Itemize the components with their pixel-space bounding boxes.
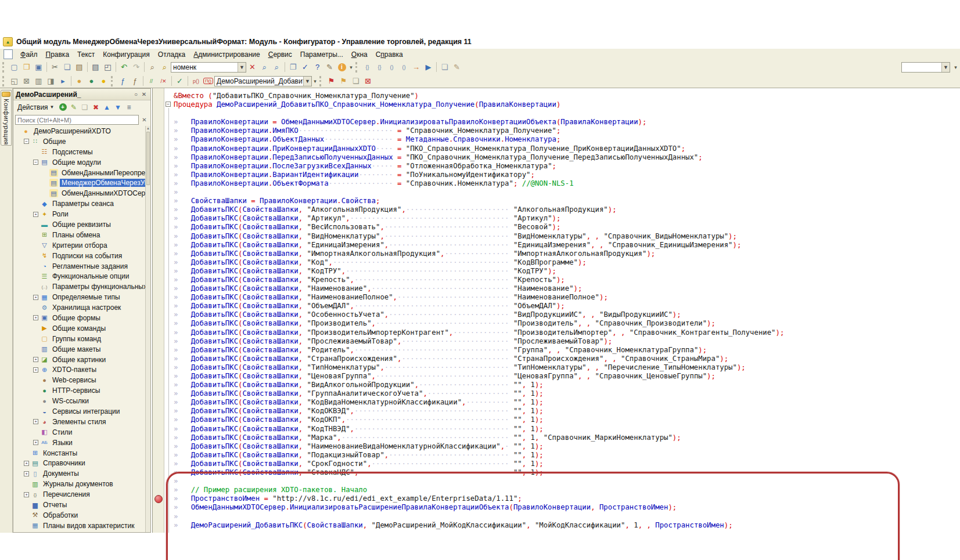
globe-icon[interactable]: ● — [85, 75, 98, 87]
print-preview-icon[interactable]: ◰ — [102, 62, 114, 73]
tree-item[interactable]: ▤МенеджерОбменаЧерезУнив — [13, 178, 145, 188]
navigate-back-globe-icon[interactable]: ● — [73, 75, 85, 87]
add-icon[interactable]: + — [57, 102, 69, 113]
chevron-down-icon[interactable]: ▼ — [303, 77, 311, 86]
expander-icon[interactable]: − — [24, 139, 29, 144]
expander-icon[interactable]: + — [33, 315, 38, 320]
tree-item[interactable]: ▤ОбменДаннымиXDTOСервер — [13, 188, 145, 198]
tree-item[interactable]: +▣Общие формы — [13, 313, 145, 323]
copy-add-icon[interactable]: ❏ — [80, 102, 91, 113]
window-close-icon[interactable]: ⊠ — [20, 75, 33, 87]
menu-item[interactable]: Файл — [16, 49, 42, 60]
clear-bookmarks-icon[interactable]: ⊠ — [362, 75, 374, 87]
tree-item[interactable]: +АБЯзыки — [13, 438, 145, 448]
undo-icon[interactable]: ↶ — [118, 62, 130, 73]
expander-icon[interactable]: + — [33, 419, 38, 424]
tree-scrollbar[interactable]: ▲ — [145, 126, 150, 532]
copy-icon[interactable]: ❏ — [61, 62, 73, 73]
edit-doc-icon[interactable]: ✎ — [451, 62, 463, 73]
tree-item[interactable]: ▤ОбменДаннымиПереопредел — [13, 168, 145, 178]
menu-item[interactable]: Конфигурация — [99, 49, 154, 60]
pin-icon[interactable]: ○ — [132, 91, 140, 99]
menu-item[interactable]: Правка — [42, 49, 74, 60]
find-in-folder-icon[interactable]: ⌕ — [146, 62, 159, 73]
new-document-icon[interactable]: ▢ — [8, 62, 20, 73]
block-close-icon[interactable]: () — [398, 62, 410, 73]
info-dropdown-icon[interactable]: ▾ — [348, 62, 354, 73]
prev-bookmark-icon[interactable]: ❏ — [350, 75, 362, 87]
close-icon[interactable]: ✕ — [140, 91, 148, 99]
tree-item[interactable]: ◧Стили — [13, 427, 145, 438]
find-icon[interactable]: ⌕ — [159, 62, 171, 73]
tree-item[interactable]: ⚙Хранилища настроек — [13, 302, 145, 313]
tree-item[interactable]: +⊕XDTO-пакеты — [13, 364, 145, 375]
menu-item[interactable]: Окна — [347, 49, 372, 60]
tree-item[interactable]: ☰Функциональные опции — [13, 271, 145, 281]
find-previous-icon[interactable]: ⌕ — [271, 62, 283, 73]
goto-procedure-icon[interactable]: p() — [190, 75, 202, 87]
menu-item[interactable]: Отладка — [154, 49, 189, 60]
save-icon[interactable]: ▣ — [33, 62, 45, 73]
tree-item[interactable]: ▶Общие команды — [13, 323, 145, 334]
find-next-icon[interactable]: ⌕ — [258, 62, 271, 73]
tree-item[interactable]: ⊞Планы обмена — [13, 230, 145, 240]
syntax-check-icon[interactable]: ✓ — [299, 62, 311, 73]
window-tile-icon[interactable]: ◱ — [8, 75, 20, 87]
tree-item[interactable]: −▤Общие модули — [13, 157, 145, 168]
procedure-begin-icon[interactable]: {} — [361, 62, 373, 73]
menu-item[interactable]: Администрирование — [189, 49, 264, 60]
menu-item[interactable]: Справка — [372, 49, 407, 60]
toolbar-overflow-icon[interactable]: ▾ — [952, 62, 959, 73]
code-editor[interactable]: &Вместо ("ДобавитьПКО_Справочник_Номенкл… — [164, 88, 960, 533]
chevron-down-icon[interactable]: ▼ — [941, 63, 950, 72]
tree-item[interactable]: ▦Планы видов характеристик — [13, 521, 145, 531]
tree-item[interactable]: ●Web-сервисы — [13, 375, 145, 385]
tree-item[interactable]: ▬Общие реквизиты — [13, 219, 145, 230]
menu-item[interactable]: Текст — [73, 49, 99, 60]
expander-icon[interactable]: + — [24, 471, 29, 476]
tree-item[interactable]: ↯Подписки на события — [13, 251, 145, 261]
paste-icon[interactable]: ▤ — [73, 62, 85, 73]
tree-item[interactable]: ●HTTP-сервисы — [13, 385, 145, 396]
delete-icon[interactable]: ✖ — [91, 102, 102, 113]
menu-item[interactable]: Сервис — [264, 49, 296, 60]
tree-item[interactable]: ▽Критерии отбора — [13, 240, 145, 251]
remove-comment-icon[interactable]: /✕ — [157, 75, 170, 87]
window-store-icon[interactable]: ▥ — [33, 75, 45, 87]
expander-icon[interactable]: + — [33, 367, 38, 373]
tree-item[interactable]: +✦Роли — [13, 209, 145, 219]
next-bookmark-icon[interactable]: ⚑ — [337, 75, 350, 87]
tree-item[interactable]: ☷Подсистемы — [13, 147, 145, 157]
bookmark-doc-icon[interactable]: ❏ — [438, 62, 451, 73]
expander-icon[interactable]: + — [33, 212, 38, 217]
redo-icon[interactable]: ↷ — [130, 62, 142, 73]
tree-item[interactable]: +▯Документы — [13, 468, 145, 479]
procedure-end-icon[interactable]: {} — [373, 62, 386, 73]
info-icon[interactable]: i — [336, 62, 348, 73]
insert-procedure-icon[interactable]: ƒ — [129, 75, 141, 87]
toolbar-grip[interactable] — [355, 62, 359, 73]
open-document-icon[interactable]: ▶ — [422, 62, 434, 73]
tab-configuration[interactable]: Конфигурация — [1, 90, 12, 146]
tree-item[interactable]: ▥Общие макеты — [13, 344, 145, 355]
expander-icon[interactable]: + — [33, 440, 38, 445]
check-module-icon[interactable]: ✓ — [174, 75, 186, 87]
tree-item[interactable]: ●WS-ссылки — [13, 396, 145, 406]
chevron-down-icon[interactable]: ▼ — [238, 63, 246, 72]
tree-item[interactable]: ▢Группы команд — [13, 334, 145, 344]
actions-button[interactable]: Действия ▼ — [15, 103, 57, 112]
expander-icon[interactable]: − — [33, 160, 38, 165]
sort-icon[interactable]: ≡ — [124, 102, 135, 113]
menu-item[interactable]: Параметры... — [296, 49, 347, 60]
breakpoint-margin[interactable] — [152, 88, 164, 533]
move-down-icon[interactable]: ▼ — [113, 102, 124, 113]
tree-item[interactable]: ◆Параметры сеанса — [13, 198, 145, 209]
tree-item[interactable]: ●ДемоРасширенийXDTO — [13, 126, 145, 136]
toolbar-grip[interactable] — [111, 76, 114, 86]
print-icon[interactable]: ▤ — [89, 62, 102, 73]
tree-item[interactable]: +{}Перечисления — [13, 489, 145, 500]
open-in-window-icon[interactable]: ▸ — [57, 75, 69, 87]
cut-icon[interactable]: ✂ — [49, 62, 61, 73]
scroll-up-icon[interactable]: ▲ — [146, 126, 150, 131]
tree-item[interactable]: ◔Регламентные задания — [13, 261, 145, 272]
